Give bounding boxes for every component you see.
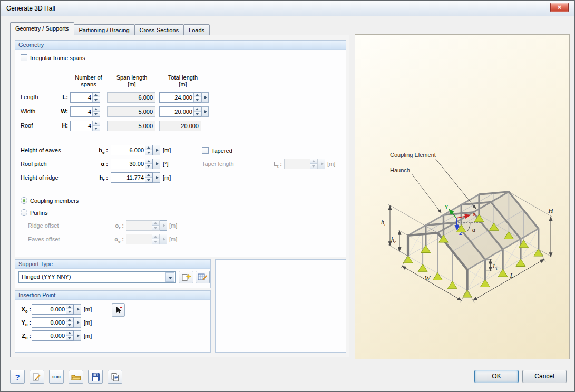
cancel-button[interactable]: Cancel [522, 370, 567, 383]
chevron-down-icon[interactable] [165, 272, 174, 282]
units-icon: 0.00 [52, 375, 61, 379]
spinner-down-icon[interactable] [93, 126, 100, 131]
pick-insertion-point-button[interactable] [112, 303, 125, 317]
height-of-ridge-symbol: hr: [89, 174, 108, 182]
spinner-down-icon[interactable] [145, 164, 152, 169]
spinner-up-icon[interactable] [66, 331, 73, 336]
width-spans-spinner[interactable] [92, 107, 100, 116]
eaves-offset-symbol: oe: [105, 236, 124, 244]
irregular-frame-spans-checkbox[interactable] [21, 54, 27, 61]
spinner-down-icon[interactable] [93, 112, 100, 116]
svg-text:α: α [472, 226, 476, 233]
width-total-unit-button[interactable] [201, 106, 209, 117]
svg-text:W: W [425, 274, 431, 282]
roof-spans-field[interactable]: 4 [70, 121, 100, 131]
roof-pitch-spinner[interactable] [145, 159, 152, 169]
width-total-spinner[interactable] [193, 107, 201, 116]
tapered-checkbox[interactable] [202, 147, 209, 154]
spinner-down-icon[interactable] [145, 178, 152, 182]
z0-unit: [m] [84, 332, 92, 339]
x0-unit-button[interactable] [74, 304, 81, 315]
spinner-up-icon[interactable] [145, 159, 152, 164]
length-total-unit-button[interactable] [201, 92, 209, 103]
taper-length-spinner [310, 159, 317, 169]
z0-spinner[interactable] [66, 331, 73, 340]
spinner-up-icon[interactable] [145, 173, 152, 178]
comment-button[interactable] [30, 370, 44, 384]
spinner-up-icon[interactable] [145, 145, 152, 150]
spinner-down-icon[interactable] [66, 322, 73, 327]
roof-pitch-unit: [°] [163, 161, 169, 167]
open-button[interactable] [69, 370, 83, 384]
spinner-up-icon [152, 234, 159, 239]
spinner-down-icon[interactable] [145, 150, 152, 155]
spinner-up-icon[interactable] [93, 121, 100, 126]
y0-spinner[interactable] [66, 318, 73, 327]
height-of-ridge-spinner[interactable] [145, 173, 152, 182]
spinner-up-icon[interactable] [93, 93, 100, 97]
height-of-eaves-spinner[interactable] [145, 145, 152, 155]
y0-unit-button[interactable] [74, 317, 81, 328]
support-preview-panel [215, 259, 346, 353]
height-of-ridge-unit-button[interactable] [153, 172, 160, 183]
pick-cursor-icon [114, 306, 123, 315]
help-button[interactable]: ? [10, 370, 25, 384]
row-symbol-width: W: [56, 108, 68, 114]
width-total-field[interactable]: 20.000 [159, 106, 201, 117]
spinner-up-icon[interactable] [66, 318, 73, 322]
svg-text:Haunch: Haunch [390, 167, 410, 173]
spinner-up-icon[interactable] [66, 305, 73, 309]
x0-field[interactable]: 0.000 [32, 304, 74, 315]
new-support-type-button[interactable] [179, 271, 193, 283]
width-spans-field[interactable]: 4 [70, 106, 100, 117]
coupling-members-radio[interactable] [21, 197, 27, 204]
length-spans-spinner[interactable] [92, 93, 100, 102]
spinner-up-icon[interactable] [93, 107, 100, 112]
x0-unit: [m] [84, 306, 92, 312]
z0-field[interactable]: 0.000 [32, 330, 74, 341]
help-icon: ? [15, 373, 20, 381]
length-span-length-field: 6.000 [107, 92, 155, 103]
open-folder-icon [71, 373, 81, 381]
spinner-down-icon[interactable] [194, 112, 201, 116]
support-type-select[interactable]: Hinged (YYY NNY) [18, 271, 176, 283]
length-spans-field[interactable]: 4 [70, 92, 100, 103]
tab-partioning-bracing[interactable]: Partioning / Bracing [74, 24, 135, 35]
roof-spans-spinner[interactable] [92, 121, 100, 131]
spinner-up-icon[interactable] [194, 93, 201, 97]
height-of-eaves-unit-button[interactable] [153, 145, 160, 155]
svg-text:X: X [473, 212, 476, 217]
roof-pitch-field[interactable]: 30.00 [111, 159, 153, 169]
tab-geometry-supports[interactable]: Geometry / Supports [10, 22, 74, 35]
x0-spinner[interactable] [66, 305, 73, 314]
new-page-star-icon [181, 273, 191, 281]
roof-pitch-unit-button[interactable] [153, 159, 160, 169]
spinner-down-icon[interactable] [66, 336, 73, 340]
spinner-down-icon[interactable] [194, 97, 201, 102]
y0-field[interactable]: 0.000 [32, 317, 74, 328]
tab-strip: Geometry / Supports Partioning / Bracing… [10, 22, 209, 35]
length-total-field[interactable]: 24.000 [159, 92, 201, 103]
taper-length-unit: [m] [327, 161, 335, 167]
ridge-offset-spinner [152, 221, 159, 230]
units-button[interactable]: 0.00 [49, 370, 64, 384]
edit-support-type-button[interactable] [196, 271, 210, 283]
tab-cross-sections[interactable]: Cross-Sections [134, 24, 184, 35]
tab-loads[interactable]: Loads [183, 24, 210, 35]
spinner-up-icon[interactable] [194, 107, 201, 112]
copy-pages-icon [110, 373, 120, 381]
svg-text:he: he [391, 236, 396, 244]
height-of-eaves-field[interactable]: 6.000 [111, 145, 153, 155]
z0-unit-button[interactable] [74, 330, 81, 341]
purlins-radio[interactable] [21, 209, 27, 216]
spinner-down-icon[interactable] [66, 309, 73, 314]
spinner-down-icon[interactable] [93, 97, 100, 102]
close-button[interactable]: × [550, 3, 569, 12]
ok-button[interactable]: OK [474, 370, 519, 383]
save-button[interactable] [88, 370, 103, 384]
height-of-ridge-field[interactable]: 11.774 [111, 172, 153, 183]
irregular-frame-spans-label: Irregular frame spans [30, 55, 85, 61]
length-total-spinner[interactable] [193, 93, 201, 102]
row-symbol-roof: H: [56, 122, 68, 129]
copy-button[interactable] [108, 370, 122, 384]
